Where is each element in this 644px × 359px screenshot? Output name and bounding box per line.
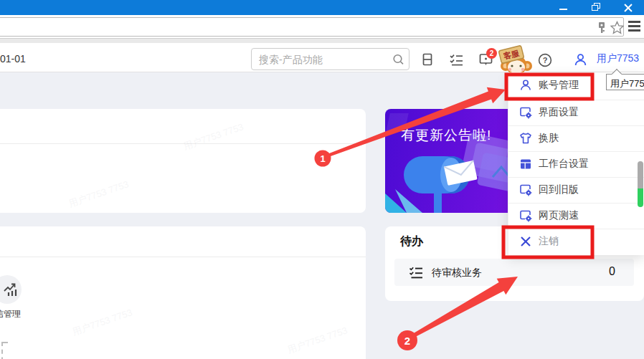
close-button[interactable] (623, 3, 633, 13)
menu-item-interface-settings[interactable]: 界面设置 (508, 100, 644, 125)
left-top-card: 用户7753 7753 用户7753 7753 (0, 109, 366, 213)
app-shortcut-label[interactable]: 信管理 (0, 308, 21, 320)
help-glyph: ? (543, 56, 548, 64)
task-list-icon[interactable] (449, 53, 463, 66)
scrollbar-track (638, 161, 643, 188)
card-divider (0, 257, 366, 257)
customer-service-mascot[interactable]: 客服 (496, 44, 533, 76)
app-window: 01-01 2 (0, 0, 644, 359)
date-text: 01-01 (0, 53, 26, 64)
tshirt-icon (519, 132, 532, 145)
message-icon[interactable]: 2 (479, 53, 495, 67)
todo-list-item[interactable]: 待审核业务 0 (394, 259, 634, 286)
menu-item-back-to-old-version[interactable]: 回到旧版 (508, 177, 644, 203)
window-gear-icon (519, 106, 532, 119)
chart-trend-icon (3, 282, 19, 297)
url-input[interactable] (0, 17, 624, 37)
menu-item-speed-test[interactable]: 网页测速 (508, 203, 644, 229)
browser-menu-icon[interactable] (628, 21, 640, 32)
tooltip-text: 用户7753 (610, 77, 644, 90)
minimize-button[interactable] (559, 3, 569, 11)
dashed-placeholder (1, 342, 8, 359)
scrollbar-thumb-green (638, 188, 643, 207)
username-link[interactable]: 用户7753 (597, 52, 639, 65)
workbench-card-icon[interactable] (421, 53, 434, 66)
todo-item-count: 0 (609, 265, 615, 278)
restore-button[interactable] (592, 3, 602, 11)
watermark: 用户7753 7753 (285, 324, 349, 356)
search-icon[interactable] (392, 54, 404, 66)
pending-review-icon (409, 266, 423, 279)
workbench-icon (519, 158, 532, 171)
menu-item-logout[interactable]: 注销 (508, 229, 644, 254)
username-tooltip: 用户7753 (606, 74, 644, 90)
todo-title: 待办 (400, 234, 423, 249)
search-box[interactable] (251, 48, 409, 70)
menu-item-workbench-settings[interactable]: 工作台设置 (508, 151, 644, 177)
todo-item-label: 待审核业务 (432, 267, 482, 279)
user-dropdown-menu: 账号管理 界面设置 换肤 工作台设置 (508, 72, 644, 255)
watermark: 用户7753 7753 (70, 306, 134, 338)
close-x-icon (519, 235, 532, 248)
bookmark-star-icon[interactable] (610, 21, 624, 34)
search-input[interactable] (259, 49, 384, 69)
left-bottom-card: 用户7753 7753 用户7753 7753 (0, 226, 366, 359)
card-divider (0, 143, 366, 144)
key-icon[interactable] (597, 21, 607, 34)
menu-scrollbar[interactable] (638, 161, 643, 207)
user-icon (519, 79, 532, 92)
watermark: 用户7753 7753 (67, 178, 131, 210)
menu-item-change-skin[interactable]: 换肤 (508, 125, 644, 151)
user-avatar-icon[interactable] (574, 53, 587, 67)
browser-titlebar (0, 0, 644, 15)
window-gear-icon (519, 209, 532, 222)
window-gear-icon (519, 183, 532, 196)
browser-addressbar-row (0, 15, 644, 39)
watermark: 用户7753 7753 (181, 120, 245, 153)
app-header: 01-01 2 (0, 43, 644, 72)
help-icon[interactable]: ? (538, 53, 552, 67)
